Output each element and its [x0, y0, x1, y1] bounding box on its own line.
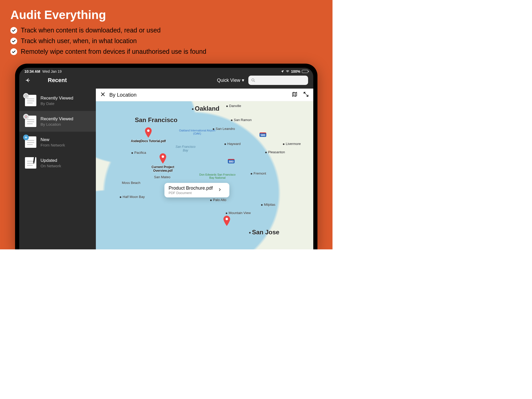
sidebar-item-title: New — [41, 137, 65, 142]
app-body: Recently Viewed By Date Recently Vi — [19, 89, 313, 249]
map-city-label: Palo Alto — [210, 198, 226, 202]
map-pin[interactable] — [145, 127, 152, 138]
sidebar-item-sub: From Network — [41, 143, 65, 147]
tablet-screen: 10:34 AM Wed Jan 19 100% Recent Q — [19, 68, 313, 249]
location-icon — [281, 70, 284, 73]
search-input[interactable] — [248, 76, 308, 85]
sidebar-item-title: Recently Viewed — [41, 96, 73, 101]
plus-icon — [23, 135, 29, 140]
check-bullet-icon — [10, 27, 17, 34]
map-city-label: Milpitas — [261, 203, 275, 207]
map-city-label: Pacifica — [131, 151, 146, 155]
status-battery-text: 100% — [291, 69, 300, 74]
callout-title: Product Brochure.pdf — [169, 185, 213, 191]
map-city-label: Fremont — [251, 171, 266, 175]
map-pin-label: AsdeqDocs Tutorial.pdf — [129, 139, 168, 143]
chevron-down-icon: ▾ — [242, 77, 244, 83]
app-navbar: Recent Quick View ▾ — [19, 74, 313, 89]
sidebar-item-sub: By Location — [41, 122, 73, 127]
status-date: Wed Jan 19 — [42, 69, 62, 74]
sidebar-item-updated[interactable]: Updated On Network — [19, 152, 96, 173]
callout-subtitle: PDF Document — [169, 191, 213, 195]
highway-shield: 580 — [260, 132, 266, 137]
quick-view-dropdown[interactable]: Quick View ▾ — [217, 77, 244, 83]
promo-bullet-text: Track when content is downloaded, read o… — [21, 26, 161, 34]
svg-point-3 — [147, 129, 149, 132]
map-city-label: Hayward — [224, 142, 241, 146]
status-left: 10:34 AM Wed Jan 19 — [24, 69, 62, 74]
map-callout[interactable]: Product Brochure.pdf PDF Document — [164, 183, 229, 197]
map-city-label: San Francisco — [135, 116, 177, 124]
wifi-icon — [286, 70, 289, 73]
map-city-label: Pleasanton — [265, 150, 285, 154]
map-city-label: Half Moon Bay — [120, 195, 145, 199]
check-bullet-icon — [10, 48, 17, 55]
sidebar-item-new[interactable]: New From Network — [19, 132, 96, 152]
sidebar-item-recent-by-location[interactable]: Recently Viewed By Location — [19, 111, 96, 132]
map-pin[interactable] — [159, 153, 167, 164]
tablet-frame: 10:34 AM Wed Jan 19 100% Recent Q — [15, 64, 317, 249]
map-city-label: San Mateo — [154, 175, 170, 179]
sidebar-item-recent-by-date[interactable]: Recently Viewed By Date — [19, 90, 96, 111]
map-city-label: Danville — [226, 104, 241, 108]
map-city-label: Mountain View — [226, 211, 251, 215]
close-button[interactable] — [100, 91, 106, 98]
compass-icon — [23, 114, 29, 119]
back-button[interactable] — [24, 77, 31, 84]
map-bay-label: San Francisco Bay — [174, 145, 197, 152]
check-bullet-icon — [10, 38, 17, 44]
promo-bullet-text: Remotely wipe content from devices if un… — [21, 48, 206, 55]
sidebar-item-title: Recently Viewed — [41, 116, 73, 122]
map-city-label: Oakland — [192, 105, 220, 112]
chevron-right-icon — [218, 188, 222, 192]
map-header-title: By Location — [109, 92, 137, 98]
svg-point-5 — [225, 218, 228, 220]
status-bar: 10:34 AM Wed Jan 19 100% — [19, 68, 313, 74]
promo-bullet-text: Track which user, when, in what location — [21, 37, 137, 45]
sidebar-item-title: Updated — [41, 158, 61, 163]
map-pin-label: Current Project Overview.pdf — [143, 165, 182, 172]
map-mode-button[interactable] — [291, 91, 298, 98]
map-city-label: Moss Beach — [122, 181, 141, 185]
promo-bullet: Track which user, when, in what location — [10, 37, 322, 45]
status-time: 10:34 AM — [24, 69, 40, 74]
promo-background: Audit Everything Track when content is d… — [0, 0, 332, 249]
map-pin[interactable] — [223, 216, 230, 226]
map-city-label: San Leandro — [213, 127, 235, 131]
promo-title: Audit Everything — [10, 8, 322, 22]
map-poi-label: Oakland International Airport (OAK) — [179, 129, 215, 135]
document-icon — [25, 157, 36, 169]
document-icon — [25, 116, 36, 127]
svg-point-4 — [162, 155, 164, 158]
pen-icon — [33, 156, 35, 164]
promo-bullet: Track when content is downloaded, read o… — [10, 26, 322, 34]
promo-bullet-list: Track when content is downloaded, read o… — [10, 26, 322, 58]
sidebar-item-sub: On Network — [41, 164, 61, 168]
map-city-label: San Ramon — [231, 118, 252, 122]
battery-icon — [302, 70, 308, 73]
highway-shield: 880 — [228, 159, 235, 163]
map-city-label: Livermore — [283, 142, 301, 146]
map-canvas[interactable]: San Francisco Oakland San Jose Danville … — [96, 101, 313, 249]
svg-point-0 — [252, 79, 254, 81]
search-icon — [251, 78, 256, 83]
map-poi-label: Don Edwards San Francisco Bay National — [199, 173, 236, 179]
main-panel: By Location — [96, 89, 313, 249]
document-icon — [25, 136, 36, 148]
map-city-label: San Jose — [249, 229, 279, 236]
expand-button[interactable] — [303, 91, 309, 98]
clock-icon — [23, 93, 29, 99]
map-header: By Location — [96, 89, 313, 101]
status-right: 100% — [281, 69, 308, 74]
nav-title: Recent — [48, 77, 67, 84]
document-icon — [25, 95, 36, 106]
sidebar: Recently Viewed By Date Recently Vi — [19, 89, 96, 249]
promo-bullet: Remotely wipe content from devices if un… — [10, 48, 322, 55]
sidebar-item-sub: By Date — [41, 101, 73, 106]
